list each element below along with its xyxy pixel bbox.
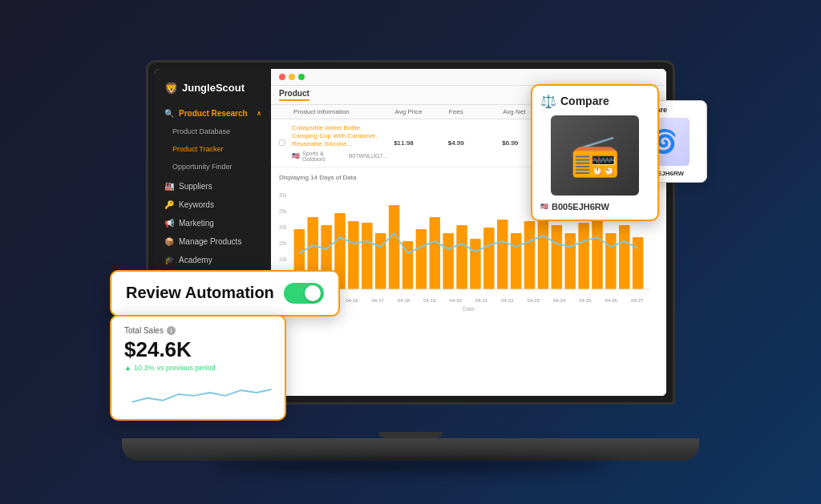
sales-amount: $24.6K [124, 338, 272, 361]
svg-text:30k: 30k [279, 192, 287, 198]
svg-text:10k: 10k [279, 256, 287, 262]
svg-rect-18 [456, 225, 467, 289]
review-automation-toggle[interactable] [284, 283, 324, 304]
svg-text:25k: 25k [279, 208, 287, 214]
flag-icon: 🇺🇸 [292, 152, 300, 159]
laptop-notch [378, 432, 443, 438]
close-button[interactable] [279, 74, 285, 80]
sidebar-product-research-section: 🔍 Product Research ∧ Product Database Pr… [155, 103, 271, 177]
sidebar-item-academy[interactable]: 🎓 Academy [155, 251, 271, 269]
svg-rect-16 [430, 217, 441, 289]
sidebar-item-marketing[interactable]: 📢 Marketing [155, 214, 271, 232]
search-icon: 🔍 [164, 109, 174, 118]
col-avg-price: Avg Price [395, 108, 443, 115]
col-product-info: Product Information [293, 108, 389, 115]
svg-rect-11 [362, 223, 373, 289]
svg-rect-31 [633, 237, 644, 289]
svg-rect-27 [578, 223, 589, 289]
sales-sparkline-container [124, 378, 272, 409]
total-sales-card: Total Sales i $24.6K ▲ 10.3% vs previous… [110, 315, 286, 421]
svg-rect-23 [524, 221, 536, 289]
svg-rect-28 [592, 217, 603, 289]
academy-icon: 🎓 [164, 256, 174, 264]
sales-sparkline [124, 378, 272, 406]
svg-rect-24 [538, 213, 549, 289]
review-automation-title: Review Automation [126, 284, 274, 302]
sidebar-item-manage-products[interactable]: 📦 Manage Products [155, 232, 271, 251]
svg-rect-26 [564, 233, 576, 289]
sidebar-item-product-tracker[interactable]: Product Tracker [155, 140, 271, 158]
manage-icon: 📦 [164, 237, 174, 246]
review-automation-card: Review Automation [110, 270, 340, 317]
flag-large: 🇺🇸 [540, 203, 548, 210]
tab-product[interactable]: Product [279, 89, 309, 101]
svg-rect-30 [619, 225, 630, 289]
maximize-button[interactable] [298, 74, 305, 80]
logo-icon: 🦁 [164, 82, 178, 95]
sidebar-logo: 🦁 JungleScout [155, 77, 271, 103]
svg-rect-22 [511, 233, 522, 289]
marketing-icon: 📢 [164, 219, 174, 228]
fees-cell: $4.99 [448, 139, 496, 147]
svg-rect-29 [605, 233, 617, 289]
svg-rect-17 [443, 233, 454, 289]
window-controls-bar [271, 69, 666, 86]
keywords-icon: 🔑 [164, 200, 174, 209]
minimize-button[interactable] [289, 74, 295, 80]
sales-title: Total Sales i [124, 326, 272, 335]
svg-rect-25 [552, 225, 563, 289]
svg-rect-21 [497, 220, 508, 289]
chart-display-label: Displaying 14 Days of Data [279, 174, 357, 181]
sales-info-icon[interactable]: i [167, 326, 176, 335]
product-image-large: 📻 [551, 115, 639, 196]
product-meta: 🇺🇸 Sports & Outdoors B07WNLUG7... [292, 151, 387, 162]
svg-text:20k: 20k [279, 224, 287, 230]
compare-icon-large: ⚖️ [540, 94, 556, 109]
col-fees: Fees [449, 108, 496, 115]
app-name: JungleScout [182, 82, 245, 94]
price-cell: $11.98 [394, 139, 442, 147]
product-title[interactable]: Collapsible Water Bottle, Camping Cup Wi… [292, 124, 387, 149]
sidebar-item-product-database[interactable]: Product Database [155, 123, 271, 140]
compare-card-large[interactable]: ⚖️ Compare 📻 🇺🇸 B005EJH6RW [531, 84, 659, 221]
asin-badge-large: 🇺🇸 B005EJH6RW [540, 202, 649, 212]
svg-rect-19 [470, 239, 481, 289]
product-cell: Collapsible Water Bottle, Camping Cup Wi… [292, 124, 387, 162]
svg-text:15k: 15k [279, 240, 287, 246]
row-checkbox[interactable] [279, 139, 285, 146]
laptop-shadow [210, 457, 611, 473]
laptop-container: 🦁 JungleScout 🔍 Product Research ∧ Produ… [122, 60, 699, 461]
sales-change: ▲ 10.3% vs previous period [124, 364, 272, 372]
sidebar-item-suppliers[interactable]: 🏭 Suppliers [155, 177, 271, 196]
up-arrow-icon: ▲ [124, 364, 131, 372]
svg-rect-20 [483, 228, 495, 289]
sidebar-item-keywords[interactable]: 🔑 Keywords [155, 196, 271, 214]
sidebar-item-opportunity-finder[interactable]: Opportunity Finder [155, 158, 271, 175]
suppliers-icon: 🏭 [164, 182, 174, 191]
svg-rect-15 [416, 229, 427, 289]
svg-rect-12 [375, 233, 386, 289]
sidebar-item-product-research[interactable]: 🔍 Product Research ∧ [155, 104, 271, 123]
svg-rect-10 [348, 221, 359, 289]
svg-rect-13 [389, 205, 400, 289]
compare-header-large: ⚖️ Compare [540, 94, 649, 109]
chevron-icon: ∧ [257, 110, 261, 117]
